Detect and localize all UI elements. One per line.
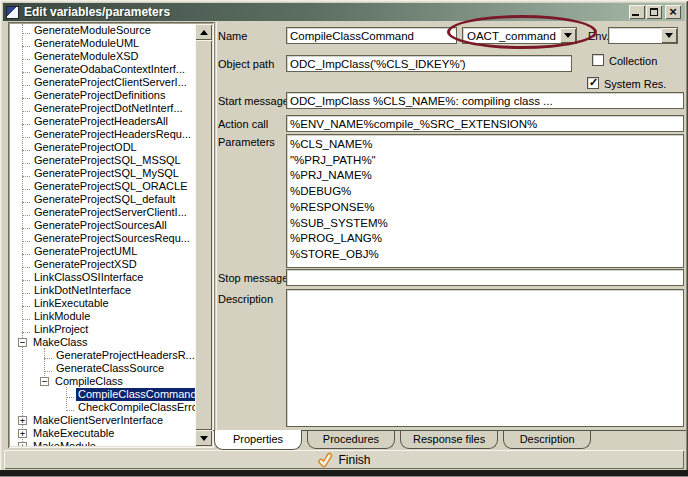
tree-item[interactable]: LinkExecutable [10, 297, 195, 310]
tree-item-label: MakeModule [31, 440, 98, 446]
expand-toggle-icon[interactable]: + [18, 442, 27, 446]
tree-item[interactable]: GenerateClassSource [10, 362, 195, 375]
tree-item[interactable]: CompileClassCommand [10, 388, 195, 401]
parameters-textarea[interactable] [286, 134, 684, 268]
tab-response-files[interactable]: Response files [400, 430, 498, 449]
edit-variables-dialog: Edit variables/parameters × GenerateModu… [0, 0, 688, 477]
expand-toggle-icon[interactable]: + [18, 429, 27, 438]
tree-item-label: GenerateModuleUML [32, 37, 141, 50]
tree-item[interactable]: GenerateProjectHeadersR... [10, 349, 195, 362]
tree-item[interactable]: GenerateProjectSQL_default [10, 193, 195, 206]
tree-item-label: LinkModule [32, 310, 92, 323]
name-input[interactable] [286, 27, 457, 44]
start-message-label: Start message [218, 95, 289, 107]
env-dropdown[interactable] [608, 27, 678, 44]
tree-connector-line [22, 313, 30, 320]
tree-item[interactable]: GenerateModuleXSD [10, 50, 195, 63]
tree-item-label: LinkDotNetInterface [32, 284, 133, 297]
object-path-input[interactable] [286, 55, 572, 72]
maximize-button[interactable] [646, 5, 662, 19]
tree-item-label: MakeExecutable [31, 427, 116, 440]
collection-checkbox[interactable] [592, 54, 604, 66]
expand-toggle-icon[interactable]: + [18, 416, 27, 425]
close-button[interactable]: × [665, 5, 681, 19]
env-dropdown-button[interactable] [661, 28, 677, 43]
stop-message-input[interactable] [286, 269, 684, 286]
tree-item[interactable]: GenerateProjectUML [10, 245, 195, 258]
tree-item-label: CheckCompileClassError [76, 401, 195, 414]
tree-item[interactable]: LinkClassOSIInterface [10, 271, 195, 284]
maximize-icon [650, 8, 658, 16]
tree-item-label: GenerateProjectXSD [32, 258, 139, 271]
system-res-label: System Res. [604, 78, 666, 90]
tree-item[interactable]: LinkDotNetInterface [10, 284, 195, 297]
scroll-down-button[interactable] [195, 430, 212, 446]
tree-connector-line [22, 144, 30, 151]
action-call-input[interactable] [286, 115, 684, 132]
tree-item[interactable]: GenerateProjectXSD [10, 258, 195, 271]
start-message-input[interactable] [286, 92, 684, 109]
tree-item-label: GenerateProjectSourcesAll [32, 219, 169, 232]
system-res-checkbox[interactable] [587, 77, 599, 89]
title-bar[interactable]: Edit variables/parameters × [3, 3, 685, 21]
tree-item-label: LinkClassOSIInterface [32, 271, 145, 284]
tree-item[interactable]: GenerateProjectHeadersRequ... [10, 128, 195, 141]
tree-item[interactable]: +MakeExecutable [10, 427, 195, 440]
collection-label: Collection [609, 55, 657, 67]
minimize-button[interactable] [629, 5, 645, 19]
description-textarea[interactable] [286, 289, 684, 427]
tab-description[interactable]: Description [503, 430, 591, 449]
tab-procedures[interactable]: Procedures [307, 430, 395, 449]
window-bottom-edge [0, 470, 688, 477]
tree-item-label: GenerateProjectClientServerI... [32, 76, 189, 89]
tree-item[interactable]: GenerateProjectSQL_MSSQL [10, 154, 195, 167]
chevron-down-icon [665, 33, 673, 42]
collapse-toggle-icon[interactable]: − [18, 338, 27, 347]
tree-item[interactable]: GenerateProjectClientServerI... [10, 76, 195, 89]
tree-item[interactable]: GenerateProjectDefinitions [10, 89, 195, 102]
tree-item[interactable]: GenerateOdabaContextInterf... [10, 63, 195, 76]
tree-item-label: GenerateOdabaContextInterf... [32, 63, 187, 76]
scroll-up-button[interactable] [195, 24, 212, 40]
tree-item[interactable]: LinkModule [10, 310, 195, 323]
tree-item[interactable]: GenerateProjectDotNetInterf... [10, 102, 195, 115]
tree-item[interactable]: GenerateProjectSourcesAll [10, 219, 195, 232]
tree-item-label: GenerateProjectODL [32, 141, 139, 154]
collapse-toggle-icon[interactable]: − [40, 377, 49, 386]
tree-item[interactable]: +MakeModule [10, 440, 195, 446]
tree-item-label: CompileClassCommand [76, 388, 195, 401]
tree-item[interactable]: GenerateModuleUML [10, 37, 195, 50]
tree-connector-line [22, 27, 30, 34]
tree-item-label: GenerateProjectHeadersR... [54, 349, 195, 362]
tree-connector-line [22, 157, 30, 164]
tree-item[interactable]: −MakeClass [10, 336, 195, 349]
tree-connector-line [22, 170, 30, 177]
tree-item[interactable]: GenerateProjectODL [10, 141, 195, 154]
command-tree-panel: GenerateModuleSourceGenerateModuleUMLGen… [8, 22, 214, 448]
env-label: Env. [588, 30, 609, 42]
arrow-down-icon [200, 436, 208, 445]
chevron-down-icon [564, 33, 572, 42]
tree-item[interactable]: GenerateModuleSource [10, 24, 195, 37]
type-dropdown-button[interactable] [560, 28, 576, 43]
tree-item[interactable]: −CompileClass [10, 375, 195, 388]
scrollbar-thumb[interactable] [195, 40, 212, 430]
tree-item[interactable]: GenerateProjectSourcesRequ... [10, 232, 195, 245]
tree-connector-line [22, 92, 30, 99]
tree-item[interactable]: GenerateProjectSQL_ORACLE [10, 180, 195, 193]
tree-item[interactable]: +MakeClientServerInterface [10, 414, 195, 427]
tree-list[interactable]: GenerateModuleSourceGenerateModuleUMLGen… [10, 24, 195, 446]
object-path-label: Object path [218, 58, 274, 70]
tree-connector-line [22, 53, 30, 60]
tree-item[interactable]: LinkProject [10, 323, 195, 336]
finish-button[interactable]: Finish [4, 450, 684, 469]
window-controls: × [628, 5, 681, 19]
name-label: Name [218, 30, 247, 42]
tree-item[interactable]: GenerateProjectSQL_MySQL [10, 167, 195, 180]
type-dropdown[interactable]: OACT_command [462, 27, 577, 44]
tab-properties[interactable]: Properties [214, 430, 302, 450]
tree-scrollbar[interactable] [195, 24, 212, 446]
tree-item[interactable]: GenerateProjectHeadersAll [10, 115, 195, 128]
tree-item[interactable]: GenerateProjectServerClientI... [10, 206, 195, 219]
tree-item[interactable]: CheckCompileClassError [10, 401, 195, 414]
